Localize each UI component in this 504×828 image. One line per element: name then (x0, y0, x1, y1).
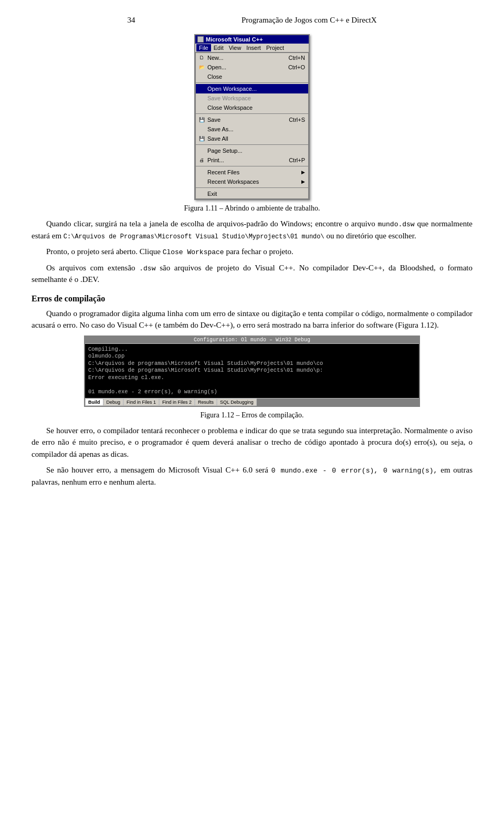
menu-item-close[interactable]: Close (196, 72, 308, 81)
menu-item-save-shortcut: Ctrl+S (278, 117, 305, 123)
header-title: Programação de Jogos com C++ e DirectX (242, 16, 377, 24)
menu-bar-file[interactable]: File (196, 44, 211, 51)
menu-item-exit-label: Exit (207, 191, 217, 197)
body-para-1-text3: ou no diretório que escolher. (326, 232, 416, 240)
menu-item-close-workspace[interactable]: Close Workspace (196, 103, 308, 112)
menu-item-save-label: Save (207, 117, 220, 123)
menu-item-save-as-label: Save As... (207, 126, 234, 132)
menu-bar-project[interactable]: Project (264, 44, 287, 51)
compile-titlebar: Configuration: Ol mundo – Win32 Debug (85, 337, 419, 344)
separator-5 (196, 187, 308, 188)
menu-item-open[interactable]: 📂 Open... Ctrl+O (196, 62, 308, 72)
compile-line-1: Compiling... (88, 346, 416, 353)
compile-line-3: C:\Arquivos de programas\Microsoft Visua… (88, 360, 416, 368)
section-para-3: Se não houver erro, a mensagem do Micros… (32, 464, 472, 488)
compile-tab-debug[interactable]: Debug (103, 399, 124, 406)
separator-2 (196, 113, 308, 114)
menu-item-new-shortcut: Ctrl+N (278, 55, 305, 61)
figure-1-11: Microsoft Visual C++ File Edit View Inse… (32, 34, 472, 213)
menu-item-print-label: Print... (207, 157, 224, 163)
compile-tab-results[interactable]: Results (195, 399, 217, 406)
recent-files-arrow-icon: ▶ (301, 170, 305, 175)
menu-item-recent-workspaces[interactable]: Recent Workspaces ▶ (196, 177, 308, 186)
compile-line-5: Error executing cl.exe. (88, 374, 416, 382)
page: 34 Programação de Jogos com C++ e Direct… (0, 0, 504, 513)
compile-line-4: C:\Arquivos de programas\Microsoft Visua… (88, 367, 416, 374)
visual-cpp-menu-window: Microsoft Visual C++ File Edit View Inse… (194, 34, 310, 200)
open-icon: 📂 (198, 64, 205, 71)
compile-line-6 (88, 382, 416, 389)
body-para-3-text1: Os arquivos com extensão (46, 264, 135, 272)
menu-item-print-shortcut: Ctrl+P (278, 157, 305, 163)
compile-tabs: Build Debug Find in Files 1 Find in File… (85, 398, 419, 406)
separator-3 (196, 144, 308, 145)
file-menu-dropdown: 🗋 New... Ctrl+N 📂 Open... Ctrl+O Close (195, 53, 309, 199)
menu-item-close-label: Close (207, 74, 222, 80)
menu-item-save-all-label: Save All (207, 135, 228, 142)
compile-tab-build[interactable]: Build (85, 399, 103, 406)
menu-item-open-label: Open... (207, 64, 226, 70)
print-icon: 🖨 (198, 156, 205, 164)
menu-bar-insert[interactable]: Insert (244, 44, 264, 51)
recent-workspaces-arrow-icon: ▶ (301, 179, 305, 184)
section-para-3-text1: Se não houver erro, a mensagem do Micros… (46, 466, 268, 474)
menu-item-new[interactable]: 🗋 New... Ctrl+N (196, 53, 308, 62)
compile-line-2: olmundo.cpp (88, 353, 416, 360)
body-para-1-text1: Quando clicar, surgirá na tela a janela … (46, 219, 375, 228)
save-icon: 💾 (198, 116, 205, 123)
compile-tab-find1[interactable]: Find in Files 1 (123, 399, 159, 406)
compile-tab-find2[interactable]: Find in Files 2 (159, 399, 195, 406)
menu-bar-edit[interactable]: Edit (211, 44, 226, 51)
save-all-icon: 💾 (198, 135, 205, 142)
menu-item-new-label: New... (207, 55, 224, 61)
section-title-erros: Erros de compilação (32, 294, 472, 303)
new-icon: 🗋 (198, 54, 205, 61)
body-para-1-path: C:\Arquivos de Programas\Microsoft Visua… (64, 233, 324, 240)
menu-item-exit[interactable]: Exit (196, 189, 308, 198)
menu-bar: File Edit View Insert Project (195, 44, 309, 53)
menu-item-save-workspace: Save Workspace (196, 93, 308, 103)
window-icon (197, 36, 204, 43)
compile-tab-sql[interactable]: SQL Debugging (217, 399, 257, 406)
body-para-2-mono: Close Workspace (163, 248, 224, 256)
menu-item-open-workspace[interactable]: Open Workspace... (196, 84, 308, 93)
menu-item-open-workspace-label: Open Workspace... (207, 86, 257, 92)
menu-bar-view[interactable]: View (226, 44, 244, 51)
menu-item-recent-workspaces-label: Recent Workspaces (207, 179, 259, 185)
menu-item-open-shortcut: Ctrl+O (278, 64, 305, 70)
compile-window: Configuration: Ol mundo – Win32 Debug Co… (84, 336, 420, 407)
body-para-2: Pronto, o projeto será aberto. Clique Cl… (32, 246, 472, 258)
body-para-3: Os arquivos com extensão .dsw são arquiv… (32, 262, 472, 286)
menu-item-print[interactable]: 🖨 Print... Ctrl+P (196, 155, 308, 165)
section-para-2: Se houver erro, o compilador tentará rec… (32, 425, 472, 460)
body-para-2-text1: Pronto, o projeto será aberto. Clique (46, 247, 161, 256)
figure-1-12: Configuration: Ol mundo – Win32 Debug Co… (32, 336, 472, 420)
window-titlebar: Microsoft Visual C++ (195, 35, 309, 44)
body-para-2-text2: para fechar o projeto. (226, 247, 293, 256)
page-number: 34 (127, 16, 135, 24)
menu-item-page-setup-label: Page Setup... (207, 148, 243, 154)
body-para-3-mono: .dsw (139, 265, 155, 272)
menu-item-page-setup[interactable]: Page Setup... (196, 146, 308, 155)
window-title: Microsoft Visual C++ (206, 36, 263, 43)
section-para-1: Quando o programador digita alguma linha… (32, 308, 472, 331)
figure-1-12-caption: Figura 1.12 – Erros de compilação. (200, 411, 303, 420)
separator-1 (196, 82, 308, 83)
body-para-1-mono: mundo.dsw (377, 221, 414, 228)
menu-item-save-all[interactable]: 💾 Save All (196, 134, 308, 143)
menu-item-save-workspace-label: Save Workspace (207, 95, 251, 101)
menu-item-save[interactable]: 💾 Save Ctrl+S (196, 115, 308, 124)
page-header: 34 Programação de Jogos com C++ e Direct… (32, 16, 472, 25)
section-para-3-mono: 0 mundo.exe - 0 error(s), 0 warning(s), (271, 467, 438, 475)
body-para-1: Quando clicar, surgirá na tela a janela … (32, 218, 472, 242)
compile-titlebar-text: Configuration: Ol mundo – Win32 Debug (194, 337, 310, 343)
menu-item-save-as[interactable]: Save As... (196, 124, 308, 134)
menu-item-recent-files-label: Recent Files (207, 169, 239, 175)
separator-4 (196, 166, 308, 166)
compile-body: Compiling... olmundo.cpp C:\Arquivos de … (85, 344, 419, 398)
menu-item-close-workspace-label: Close Workspace (207, 104, 253, 111)
menu-item-recent-files[interactable]: Recent Files ▶ (196, 167, 308, 177)
compile-line-7: 01 mundo.exe - 2 error(s), 0 warning(s) (88, 389, 416, 396)
figure-1-11-caption: Figura 1.11 – Abrindo o ambiente de trab… (184, 204, 320, 213)
